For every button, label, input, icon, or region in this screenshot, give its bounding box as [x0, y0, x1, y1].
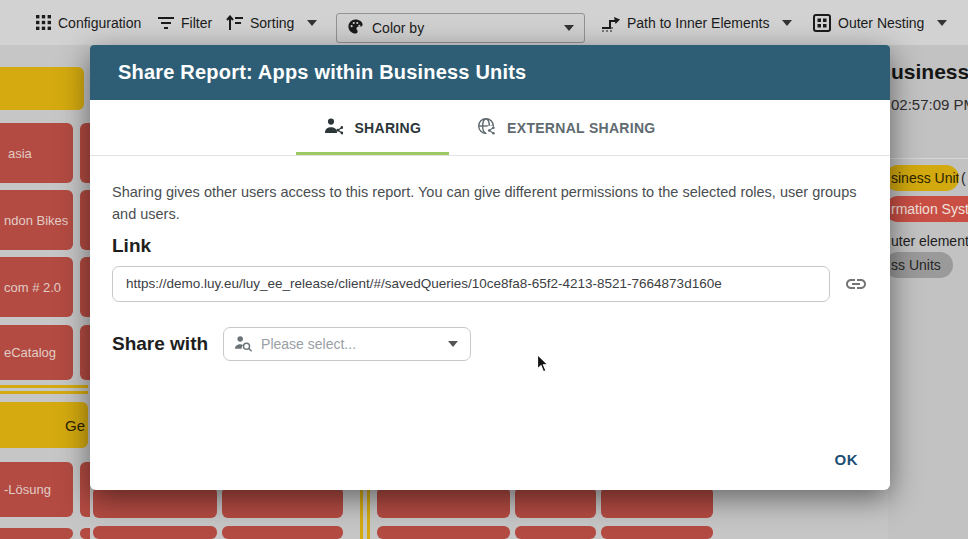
app-tile: [377, 526, 510, 539]
sharing-description: Sharing gives other users access to this…: [112, 182, 862, 226]
ok-button[interactable]: OK: [827, 445, 867, 474]
app-tile: [80, 257, 90, 317]
group-border: [367, 487, 370, 539]
share-report-dialog: Share Report: Apps within Business Units…: [90, 45, 890, 490]
outer-nesting-button[interactable]: Outer Nesting: [813, 0, 947, 45]
app-tile: [222, 487, 343, 518]
sorting-label: Sorting: [250, 15, 294, 31]
legend-badge-information-system: rmation Syste: [885, 196, 968, 222]
path-arrow-icon: [600, 14, 620, 32]
app-tile: [515, 487, 596, 518]
business-unit-band: Ge: [0, 402, 88, 448]
timestamp: 02:57:09 PM: [891, 96, 968, 113]
app-tile: [601, 487, 713, 518]
dialog-header: Share Report: Apps within Business Units: [90, 45, 890, 100]
app-tile: [80, 528, 90, 539]
color-by-select[interactable]: Color by: [336, 13, 585, 43]
share-with-row: Share with Please select...: [112, 327, 862, 361]
filter-icon: [158, 16, 174, 30]
dialog-title: Share Report: Apps within Business Units: [118, 61, 526, 84]
tab-sharing-label: SHARING: [354, 120, 421, 136]
report-title-fragment: usiness U: [891, 60, 968, 84]
share-select-placeholder: Please select...: [261, 336, 356, 352]
color-by-label: Color by: [372, 20, 424, 36]
tab-external-sharing[interactable]: EXTERNAL SHARING: [449, 100, 683, 155]
divider: [888, 158, 968, 159]
nesting-icon: [813, 14, 831, 32]
filter-label: Filter: [181, 15, 212, 31]
group-border: [0, 385, 88, 388]
chevron-down-icon: [307, 20, 317, 26]
share-with-select[interactable]: Please select...: [223, 327, 471, 361]
link-heading: Link: [112, 235, 862, 257]
filter-button[interactable]: Filter: [158, 0, 212, 45]
app-tile: [93, 526, 217, 539]
legend-count-fragment: (: [961, 170, 966, 186]
sort-icon: [226, 15, 243, 31]
app-tile: -Lösung: [0, 462, 73, 517]
share-with-label: Share with: [112, 333, 208, 355]
app-tile: [601, 526, 713, 539]
chevron-down-icon: [782, 20, 792, 26]
tab-sharing[interactable]: SHARING: [296, 100, 449, 155]
outer-nesting-label: Outer Nesting: [838, 15, 924, 31]
app-tile: [515, 526, 596, 539]
chevron-down-icon: [448, 341, 458, 347]
legend-panel: [888, 45, 968, 539]
app-tile: [80, 462, 90, 517]
app-tile: com # 2.0: [0, 257, 73, 317]
app-tile: [222, 526, 343, 539]
dialog-body: Sharing gives other users access to this…: [90, 156, 890, 361]
business-unit-band: [0, 67, 84, 110]
app-tile: ndon Bikes: [0, 190, 73, 250]
group-border: [0, 391, 88, 394]
configuration-button[interactable]: Configuration: [36, 0, 141, 45]
share-link-input[interactable]: [112, 266, 830, 302]
mouse-cursor: [536, 353, 550, 378]
sorting-button[interactable]: Sorting: [226, 0, 317, 45]
person-search-icon: [234, 335, 253, 352]
chevron-down-icon: [564, 25, 574, 31]
app-screen: Configuration Filter Sorting Color by: [0, 0, 968, 539]
path-to-inner-elements-label: Path to Inner Elements: [627, 15, 769, 31]
legend-outer-element-text: uter element: [891, 233, 968, 249]
person-share-icon: [324, 117, 343, 138]
configuration-label: Configuration: [58, 15, 141, 31]
link-icon[interactable]: [844, 272, 868, 296]
legend-badge-business-units: ss Units: [885, 252, 953, 278]
app-tile: [377, 487, 510, 518]
toolbar: Configuration Filter Sorting Color by: [0, 0, 968, 45]
path-to-inner-elements-button[interactable]: Path to Inner Elements: [600, 0, 792, 45]
app-tile: [80, 123, 90, 183]
globe-share-icon: [477, 117, 496, 139]
app-tile: [80, 190, 90, 250]
dialog-tabbar: SHARING EXTERNAL SHARING: [90, 100, 890, 156]
app-tile: [80, 325, 90, 380]
app-tile: eCatalog: [0, 325, 73, 380]
palette-icon: [347, 18, 364, 38]
chevron-down-icon: [937, 20, 947, 26]
group-border: [360, 487, 363, 539]
legend-badge-business-unit: siness Unit: [885, 165, 959, 191]
app-tile: [0, 528, 73, 539]
tab-external-sharing-label: EXTERNAL SHARING: [507, 120, 655, 136]
grid-icon: [36, 15, 51, 30]
link-row: [112, 266, 862, 302]
app-tile: [93, 487, 217, 518]
app-tile: asia: [0, 123, 73, 183]
